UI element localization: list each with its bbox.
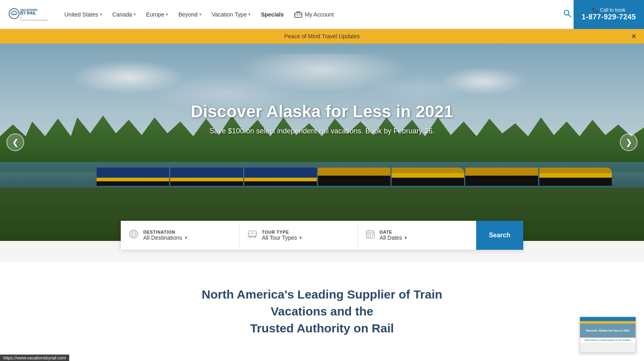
nav-united-states-chevron-icon: ▾ — [100, 12, 102, 17]
svg-rect-30 — [367, 236, 369, 237]
svg-text:A Great Rail Journeys Company: A Great Rail Journeys Company — [20, 19, 48, 21]
nav-europe-chevron-icon: ▾ — [166, 12, 168, 17]
tour-type-content: TOUR TYPE All Tour Types ▾ — [262, 230, 350, 241]
date-value: All Dates ▾ — [380, 234, 468, 241]
main-heading: North America's Leading Supplier of Trai… — [181, 286, 463, 337]
tour-type-field[interactable]: TOUR TYPE All Tour Types ▾ — [239, 223, 358, 247]
notification-close-button[interactable]: × — [632, 32, 636, 41]
main-nav: United States ▾ Canada ▾ Europe ▾ Beyond… — [60, 9, 557, 20]
hero-prev-button[interactable]: ❮ — [6, 133, 24, 151]
hero-section: Discover Alaska for Less in 2021 Save $1… — [0, 44, 644, 241]
svg-point-18 — [249, 236, 251, 238]
nav-vacation-type-label: Vacation Type — [212, 11, 247, 18]
nav-vacation-type-chevron-icon: ▾ — [248, 12, 250, 17]
phone-icon: 📞 — [592, 7, 598, 13]
call-label: 📞 Call to book — [582, 7, 636, 13]
train-icon — [248, 230, 257, 241]
svg-line-9 — [568, 15, 571, 17]
header: VACATIONS BY RAIL ® A Great Rail Journey… — [0, 0, 644, 29]
destination-value: All Destinations ▾ — [143, 234, 231, 241]
nav-my-account[interactable]: My Account — [290, 9, 338, 20]
svg-rect-29 — [372, 234, 374, 235]
date-arrow-icon: ▾ — [405, 235, 407, 241]
nav-europe-label: Europe — [146, 11, 164, 18]
notification-text: Peace of Mind Travel Updates — [284, 33, 360, 39]
svg-rect-31 — [370, 236, 371, 237]
nav-specials-label: Specials — [261, 11, 284, 18]
destination-label: DESTINATION — [143, 230, 231, 234]
nav-canada-label: Canada — [112, 11, 132, 18]
thumbnail-preview: Discover Alaska for Less in 2021 North A… — [580, 317, 636, 353]
svg-point-19 — [254, 236, 256, 238]
svg-rect-28 — [370, 234, 371, 235]
hero-next-button[interactable]: ❯ — [620, 133, 638, 151]
nav-canada[interactable]: Canada ▾ — [108, 9, 140, 20]
tour-type-value: All Tour Types ▾ — [262, 234, 350, 241]
main-content: North America's Leading Supplier of Trai… — [0, 262, 644, 353]
phone-number: 1-877-929-7245 — [582, 13, 636, 21]
hero-text: Discover Alaska for Less in 2021 Save $1… — [64, 102, 580, 135]
destination-arrow-icon: ▾ — [185, 235, 187, 241]
notification-bar: Peace of Mind Travel Updates × — [0, 29, 644, 44]
hero-title: Discover Alaska for Less in 2021 — [64, 102, 580, 122]
nav-specials[interactable]: Specials — [257, 9, 288, 20]
nav-united-states-label: United States — [64, 11, 98, 18]
logo[interactable]: VACATIONS BY RAIL ® A Great Rail Journey… — [8, 3, 48, 26]
date-label: DATE — [380, 230, 468, 234]
destination-field[interactable]: DESTINATION All Destinations ▾ — [121, 223, 239, 248]
svg-text:®: ® — [20, 16, 22, 19]
svg-rect-27 — [367, 234, 369, 235]
nav-europe[interactable]: Europe ▾ — [142, 9, 172, 20]
date-field[interactable]: DATE All Dates ▾ — [358, 223, 476, 247]
svg-text:BY RAIL: BY RAIL — [20, 11, 36, 15]
search-bar: DESTINATION All Destinations ▾ — [121, 221, 523, 250]
my-account-label: My Account — [305, 11, 334, 18]
calendar-icon — [366, 230, 375, 241]
header-search-icon[interactable] — [561, 7, 574, 22]
tour-type-label: TOUR TYPE — [262, 230, 350, 234]
nav-beyond-chevron-icon: ▾ — [199, 12, 201, 17]
nav-vacation-type[interactable]: Vacation Type ▾ — [208, 9, 254, 20]
call-to-book[interactable]: 📞 Call to book 1-877-929-7245 — [574, 0, 644, 29]
nav-united-states[interactable]: United States ▾ — [60, 9, 106, 20]
nav-beyond[interactable]: Beyond ▾ — [174, 9, 205, 20]
briefcase-icon — [294, 11, 302, 18]
nav-canada-chevron-icon: ▾ — [134, 12, 136, 17]
destination-icon — [129, 229, 138, 241]
hero-subtitle: Save $100 on select independent rail vac… — [64, 127, 580, 135]
search-button[interactable]: Search — [476, 221, 523, 250]
destination-content: DESTINATION All Destinations ▾ — [143, 230, 231, 241]
date-content: DATE All Dates ▾ — [380, 230, 468, 241]
nav-beyond-label: Beyond — [178, 11, 197, 18]
hero-overlay — [0, 44, 644, 241]
tour-type-arrow-icon: ▾ — [299, 235, 302, 241]
